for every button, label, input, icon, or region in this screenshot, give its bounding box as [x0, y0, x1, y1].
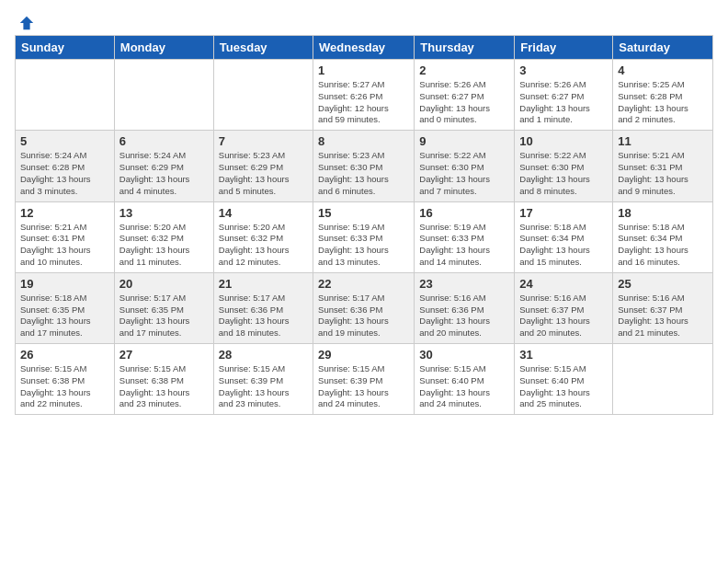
day-number: 30 [419, 348, 509, 362]
calendar-cell: 12Sunrise: 5:21 AMSunset: 6:31 PMDayligh… [16, 201, 115, 272]
day-number: 8 [318, 134, 409, 148]
day-info: Sunrise: 5:20 AMSunset: 6:32 PMDaylight:… [119, 222, 209, 269]
calendar-cell: 19Sunrise: 5:18 AMSunset: 6:35 PMDayligh… [16, 272, 115, 343]
day-number: 22 [318, 277, 409, 291]
day-info: Sunrise: 5:26 AMSunset: 6:27 PMDaylight:… [419, 79, 509, 126]
day-info: Sunrise: 5:16 AMSunset: 6:36 PMDaylight:… [419, 293, 509, 339]
calendar-cell: 27Sunrise: 5:15 AMSunset: 6:38 PMDayligh… [114, 344, 213, 415]
day-info: Sunrise: 5:24 AMSunset: 6:28 PMDaylight:… [20, 150, 109, 197]
day-info: Sunrise: 5:15 AMSunset: 6:40 PMDaylight:… [519, 363, 608, 410]
calendar-cell: 18Sunrise: 5:18 AMSunset: 6:34 PMDayligh… [613, 201, 713, 272]
day-number: 24 [519, 277, 608, 291]
calendar-cell: 21Sunrise: 5:17 AMSunset: 6:36 PMDayligh… [213, 272, 313, 343]
day-number: 17 [519, 206, 608, 220]
day-number: 20 [119, 277, 209, 291]
calendar-cell [114, 60, 213, 131]
weekday-header-tuesday: Tuesday [213, 36, 313, 60]
day-number: 16 [419, 206, 509, 220]
calendar-cell: 23Sunrise: 5:16 AMSunset: 6:36 PMDayligh… [415, 272, 515, 343]
day-number: 15 [318, 206, 409, 220]
calendar-table: SundayMondayTuesdayWednesdayThursdayFrid… [15, 35, 713, 415]
calendar-week-5: 26Sunrise: 5:15 AMSunset: 6:38 PMDayligh… [16, 344, 713, 415]
calendar-cell: 25Sunrise: 5:16 AMSunset: 6:37 PMDayligh… [613, 272, 713, 343]
day-info: Sunrise: 5:22 AMSunset: 6:30 PMDaylight:… [519, 150, 608, 197]
calendar-cell: 2Sunrise: 5:26 AMSunset: 6:27 PMDaylight… [415, 60, 515, 131]
day-number: 3 [519, 63, 608, 77]
day-number: 2 [419, 63, 509, 77]
day-number: 5 [20, 134, 109, 148]
day-info: Sunrise: 5:24 AMSunset: 6:29 PMDaylight:… [119, 150, 209, 197]
day-info: Sunrise: 5:22 AMSunset: 6:30 PMDaylight:… [419, 150, 509, 197]
calendar-cell: 11Sunrise: 5:21 AMSunset: 6:31 PMDayligh… [613, 131, 713, 201]
weekday-header-thursday: Thursday [415, 36, 515, 60]
calendar-week-1: 1Sunrise: 5:27 AMSunset: 6:26 PMDaylight… [16, 60, 713, 131]
calendar-cell: 3Sunrise: 5:26 AMSunset: 6:27 PMDaylight… [515, 60, 613, 131]
calendar-cell: 30Sunrise: 5:15 AMSunset: 6:40 PMDayligh… [415, 344, 515, 415]
day-number: 18 [618, 206, 708, 220]
calendar-cell: 17Sunrise: 5:18 AMSunset: 6:34 PMDayligh… [515, 201, 613, 272]
calendar-week-2: 5Sunrise: 5:24 AMSunset: 6:28 PMDaylight… [16, 131, 713, 201]
calendar-cell: 28Sunrise: 5:15 AMSunset: 6:39 PMDayligh… [213, 344, 313, 415]
calendar-cell: 29Sunrise: 5:15 AMSunset: 6:39 PMDayligh… [313, 344, 415, 415]
day-number: 12 [20, 206, 109, 220]
calendar-cell [16, 60, 115, 131]
weekday-header-saturday: Saturday [613, 36, 713, 60]
day-info: Sunrise: 5:19 AMSunset: 6:33 PMDaylight:… [318, 222, 409, 269]
calendar-cell [213, 60, 313, 131]
calendar-cell: 24Sunrise: 5:16 AMSunset: 6:37 PMDayligh… [515, 272, 613, 343]
day-info: Sunrise: 5:18 AMSunset: 6:34 PMDaylight:… [519, 222, 608, 269]
calendar-cell: 9Sunrise: 5:22 AMSunset: 6:30 PMDaylight… [415, 131, 515, 201]
day-info: Sunrise: 5:20 AMSunset: 6:32 PMDaylight:… [219, 222, 308, 269]
calendar-cell: 8Sunrise: 5:23 AMSunset: 6:30 PMDaylight… [313, 131, 415, 201]
day-info: Sunrise: 5:21 AMSunset: 6:31 PMDaylight:… [20, 222, 109, 269]
calendar-cell: 7Sunrise: 5:23 AMSunset: 6:29 PMDaylight… [213, 131, 313, 201]
calendar-cell: 13Sunrise: 5:20 AMSunset: 6:32 PMDayligh… [114, 201, 213, 272]
day-info: Sunrise: 5:15 AMSunset: 6:38 PMDaylight:… [119, 363, 209, 410]
day-number: 7 [219, 134, 308, 148]
day-info: Sunrise: 5:26 AMSunset: 6:27 PMDaylight:… [519, 79, 608, 126]
day-info: Sunrise: 5:23 AMSunset: 6:29 PMDaylight:… [219, 150, 308, 197]
weekday-header-wednesday: Wednesday [313, 36, 415, 60]
calendar-week-3: 12Sunrise: 5:21 AMSunset: 6:31 PMDayligh… [16, 201, 713, 272]
calendar-cell [613, 344, 713, 415]
day-number: 28 [219, 348, 308, 362]
day-number: 31 [519, 348, 608, 362]
weekday-header-friday: Friday [515, 36, 613, 60]
svg-marker-0 [20, 17, 33, 29]
day-number: 23 [419, 277, 509, 291]
day-number: 6 [119, 134, 209, 148]
calendar-cell: 4Sunrise: 5:25 AMSunset: 6:28 PMDaylight… [613, 60, 713, 131]
day-info: Sunrise: 5:15 AMSunset: 6:39 PMDaylight:… [219, 363, 308, 410]
day-number: 27 [119, 348, 209, 362]
calendar-week-4: 19Sunrise: 5:18 AMSunset: 6:35 PMDayligh… [16, 272, 713, 343]
calendar-cell: 20Sunrise: 5:17 AMSunset: 6:35 PMDayligh… [114, 272, 213, 343]
weekday-header-row: SundayMondayTuesdayWednesdayThursdayFrid… [16, 36, 713, 60]
day-number: 4 [618, 63, 708, 77]
logo [15, 15, 35, 28]
day-info: Sunrise: 5:27 AMSunset: 6:26 PMDaylight:… [318, 79, 409, 126]
calendar-cell: 10Sunrise: 5:22 AMSunset: 6:30 PMDayligh… [515, 131, 613, 201]
weekday-header-monday: Monday [114, 36, 213, 60]
day-info: Sunrise: 5:15 AMSunset: 6:40 PMDaylight:… [419, 363, 509, 410]
calendar-body: 1Sunrise: 5:27 AMSunset: 6:26 PMDaylight… [16, 60, 713, 415]
day-info: Sunrise: 5:17 AMSunset: 6:36 PMDaylight:… [219, 293, 308, 339]
day-info: Sunrise: 5:19 AMSunset: 6:33 PMDaylight:… [419, 222, 509, 269]
day-number: 1 [318, 63, 409, 77]
calendar-cell: 14Sunrise: 5:20 AMSunset: 6:32 PMDayligh… [213, 201, 313, 272]
day-info: Sunrise: 5:25 AMSunset: 6:28 PMDaylight:… [618, 79, 708, 126]
day-info: Sunrise: 5:16 AMSunset: 6:37 PMDaylight:… [618, 293, 708, 339]
day-number: 10 [519, 134, 608, 148]
day-info: Sunrise: 5:16 AMSunset: 6:37 PMDaylight:… [519, 293, 608, 339]
day-number: 21 [219, 277, 308, 291]
calendar-cell: 15Sunrise: 5:19 AMSunset: 6:33 PMDayligh… [313, 201, 415, 272]
day-number: 25 [618, 277, 708, 291]
calendar-cell: 1Sunrise: 5:27 AMSunset: 6:26 PMDaylight… [313, 60, 415, 131]
day-info: Sunrise: 5:15 AMSunset: 6:38 PMDaylight:… [20, 363, 109, 410]
day-number: 9 [419, 134, 509, 148]
page-header [15, 15, 713, 28]
day-info: Sunrise: 5:18 AMSunset: 6:35 PMDaylight:… [20, 293, 109, 339]
day-number: 19 [20, 277, 109, 291]
day-number: 26 [20, 348, 109, 362]
calendar-cell: 26Sunrise: 5:15 AMSunset: 6:38 PMDayligh… [16, 344, 115, 415]
logo-icon [18, 15, 35, 31]
